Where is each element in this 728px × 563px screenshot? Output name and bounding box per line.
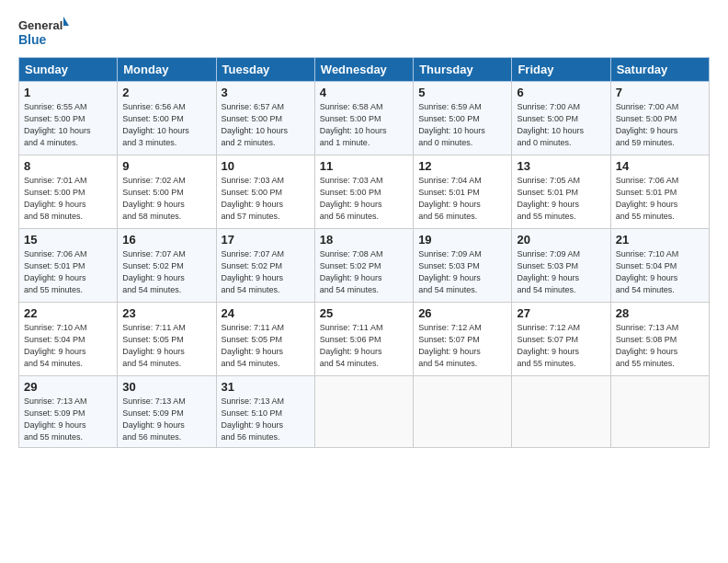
calendar-cell: 2Sunrise: 6:56 AM Sunset: 5:00 PM Daylig… <box>118 82 216 155</box>
day-info: Sunrise: 7:09 AM Sunset: 5:03 PM Dayligh… <box>517 248 605 296</box>
weekday-header-row: SundayMondayTuesdayWednesdayThursdayFrid… <box>19 58 710 82</box>
day-number: 21 <box>616 233 704 247</box>
calendar-cell: 1Sunrise: 6:55 AM Sunset: 5:00 PM Daylig… <box>19 82 118 155</box>
day-info: Sunrise: 7:07 AM Sunset: 5:02 PM Dayligh… <box>222 248 310 296</box>
day-number: 1 <box>24 86 112 99</box>
day-info: Sunrise: 7:11 AM Sunset: 5:05 PM Dayligh… <box>122 322 210 370</box>
calendar-cell: 10Sunrise: 7:03 AM Sunset: 5:00 PM Dayli… <box>216 155 314 229</box>
day-number: 6 <box>517 86 605 99</box>
day-info: Sunrise: 6:57 AM Sunset: 5:00 PM Dayligh… <box>222 101 310 149</box>
calendar-cell: 20Sunrise: 7:09 AM Sunset: 5:03 PM Dayli… <box>512 229 610 303</box>
calendar-cell: 30Sunrise: 7:13 AM Sunset: 5:09 PM Dayli… <box>118 376 216 448</box>
calendar-cell: 11Sunrise: 7:03 AM Sunset: 5:00 PM Dayli… <box>314 155 413 229</box>
day-number: 17 <box>222 233 310 247</box>
day-number: 4 <box>320 86 408 99</box>
svg-text:General: General <box>18 18 63 32</box>
day-info: Sunrise: 7:06 AM Sunset: 5:01 PM Dayligh… <box>616 175 704 223</box>
svg-text:Blue: Blue <box>18 32 47 47</box>
calendar-cell: 29Sunrise: 7:13 AM Sunset: 5:09 PM Dayli… <box>19 376 118 448</box>
weekday-header-saturday: Saturday <box>610 58 709 82</box>
day-number: 28 <box>616 306 704 320</box>
calendar-cell: 8Sunrise: 7:01 AM Sunset: 5:00 PM Daylig… <box>19 155 118 229</box>
day-number: 31 <box>222 380 310 394</box>
day-info: Sunrise: 7:13 AM Sunset: 5:09 PM Dayligh… <box>122 396 210 443</box>
day-info: Sunrise: 7:00 AM Sunset: 5:00 PM Dayligh… <box>616 101 704 149</box>
day-number: 24 <box>222 306 310 320</box>
day-info: Sunrise: 7:13 AM Sunset: 5:10 PM Dayligh… <box>222 396 310 443</box>
day-number: 19 <box>418 233 506 247</box>
calendar-cell: 5Sunrise: 6:59 AM Sunset: 5:00 PM Daylig… <box>414 82 512 155</box>
day-info: Sunrise: 6:55 AM Sunset: 5:00 PM Dayligh… <box>24 101 112 149</box>
day-info: Sunrise: 7:00 AM Sunset: 5:00 PM Dayligh… <box>517 101 605 149</box>
logo-svg: General Blue <box>18 15 69 48</box>
calendar-cell: 15Sunrise: 7:06 AM Sunset: 5:01 PM Dayli… <box>19 229 118 303</box>
day-number: 29 <box>24 380 112 394</box>
day-number: 23 <box>122 306 210 320</box>
day-info: Sunrise: 7:06 AM Sunset: 5:01 PM Dayligh… <box>24 248 112 296</box>
calendar-cell: 22Sunrise: 7:10 AM Sunset: 5:04 PM Dayli… <box>19 303 118 376</box>
day-number: 10 <box>222 159 310 173</box>
day-info: Sunrise: 7:11 AM Sunset: 5:05 PM Dayligh… <box>222 322 310 370</box>
day-number: 20 <box>517 233 605 247</box>
weekday-header-wednesday: Wednesday <box>314 58 413 82</box>
day-info: Sunrise: 7:04 AM Sunset: 5:01 PM Dayligh… <box>418 175 506 223</box>
day-number: 16 <box>122 233 210 247</box>
weekday-header-friday: Friday <box>512 58 610 82</box>
calendar-cell <box>414 376 512 448</box>
day-number: 2 <box>122 86 210 99</box>
day-number: 12 <box>418 159 506 173</box>
day-info: Sunrise: 7:11 AM Sunset: 5:06 PM Dayligh… <box>320 322 408 370</box>
svg-marker-2 <box>63 17 69 26</box>
weekday-header-thursday: Thursday <box>414 58 512 82</box>
calendar-cell: 31Sunrise: 7:13 AM Sunset: 5:10 PM Dayli… <box>216 376 314 448</box>
day-info: Sunrise: 6:56 AM Sunset: 5:00 PM Dayligh… <box>122 101 210 149</box>
day-number: 8 <box>24 159 112 173</box>
calendar-cell: 26Sunrise: 7:12 AM Sunset: 5:07 PM Dayli… <box>414 303 512 376</box>
calendar-cell: 21Sunrise: 7:10 AM Sunset: 5:04 PM Dayli… <box>610 229 709 303</box>
day-info: Sunrise: 7:01 AM Sunset: 5:00 PM Dayligh… <box>24 175 112 223</box>
day-number: 5 <box>418 86 506 99</box>
calendar-cell: 14Sunrise: 7:06 AM Sunset: 5:01 PM Dayli… <box>610 155 709 229</box>
calendar-cell <box>314 376 413 448</box>
page: General Blue SundayMondayTuesdayWednesda… <box>0 0 728 563</box>
calendar-cell: 25Sunrise: 7:11 AM Sunset: 5:06 PM Dayli… <box>314 303 413 376</box>
day-info: Sunrise: 7:13 AM Sunset: 5:08 PM Dayligh… <box>616 322 704 370</box>
day-number: 14 <box>616 159 704 173</box>
day-info: Sunrise: 7:10 AM Sunset: 5:04 PM Dayligh… <box>24 322 112 370</box>
day-number: 22 <box>24 306 112 320</box>
calendar-cell <box>610 376 709 448</box>
day-info: Sunrise: 7:02 AM Sunset: 5:00 PM Dayligh… <box>122 175 210 223</box>
weekday-header-monday: Monday <box>118 58 216 82</box>
day-info: Sunrise: 6:58 AM Sunset: 5:00 PM Dayligh… <box>320 101 408 149</box>
day-number: 25 <box>320 306 408 320</box>
day-info: Sunrise: 6:59 AM Sunset: 5:00 PM Dayligh… <box>418 101 506 149</box>
day-number: 15 <box>24 233 112 247</box>
calendar-cell: 7Sunrise: 7:00 AM Sunset: 5:00 PM Daylig… <box>610 82 709 155</box>
day-info: Sunrise: 7:13 AM Sunset: 5:09 PM Dayligh… <box>24 396 112 443</box>
calendar-cell: 18Sunrise: 7:08 AM Sunset: 5:02 PM Dayli… <box>314 229 413 303</box>
calendar-cell: 19Sunrise: 7:09 AM Sunset: 5:03 PM Dayli… <box>414 229 512 303</box>
logo: General Blue <box>18 15 69 48</box>
day-number: 30 <box>122 380 210 394</box>
day-info: Sunrise: 7:05 AM Sunset: 5:01 PM Dayligh… <box>517 175 605 223</box>
weekday-header-sunday: Sunday <box>19 58 118 82</box>
calendar-cell: 28Sunrise: 7:13 AM Sunset: 5:08 PM Dayli… <box>610 303 709 376</box>
calendar-cell: 27Sunrise: 7:12 AM Sunset: 5:07 PM Dayli… <box>512 303 610 376</box>
calendar-cell: 24Sunrise: 7:11 AM Sunset: 5:05 PM Dayli… <box>216 303 314 376</box>
day-info: Sunrise: 7:03 AM Sunset: 5:00 PM Dayligh… <box>320 175 408 223</box>
day-number: 26 <box>418 306 506 320</box>
day-info: Sunrise: 7:08 AM Sunset: 5:02 PM Dayligh… <box>320 248 408 296</box>
calendar-cell: 12Sunrise: 7:04 AM Sunset: 5:01 PM Dayli… <box>414 155 512 229</box>
day-number: 13 <box>517 159 605 173</box>
calendar-cell: 6Sunrise: 7:00 AM Sunset: 5:00 PM Daylig… <box>512 82 610 155</box>
calendar-cell: 4Sunrise: 6:58 AM Sunset: 5:00 PM Daylig… <box>314 82 413 155</box>
day-info: Sunrise: 7:12 AM Sunset: 5:07 PM Dayligh… <box>517 322 605 370</box>
day-info: Sunrise: 7:07 AM Sunset: 5:02 PM Dayligh… <box>122 248 210 296</box>
day-info: Sunrise: 7:12 AM Sunset: 5:07 PM Dayligh… <box>418 322 506 370</box>
calendar-cell: 3Sunrise: 6:57 AM Sunset: 5:00 PM Daylig… <box>216 82 314 155</box>
calendar-cell: 16Sunrise: 7:07 AM Sunset: 5:02 PM Dayli… <box>118 229 216 303</box>
day-info: Sunrise: 7:10 AM Sunset: 5:04 PM Dayligh… <box>616 248 704 296</box>
calendar-cell: 9Sunrise: 7:02 AM Sunset: 5:00 PM Daylig… <box>118 155 216 229</box>
calendar-cell: 23Sunrise: 7:11 AM Sunset: 5:05 PM Dayli… <box>118 303 216 376</box>
day-info: Sunrise: 7:09 AM Sunset: 5:03 PM Dayligh… <box>418 248 506 296</box>
